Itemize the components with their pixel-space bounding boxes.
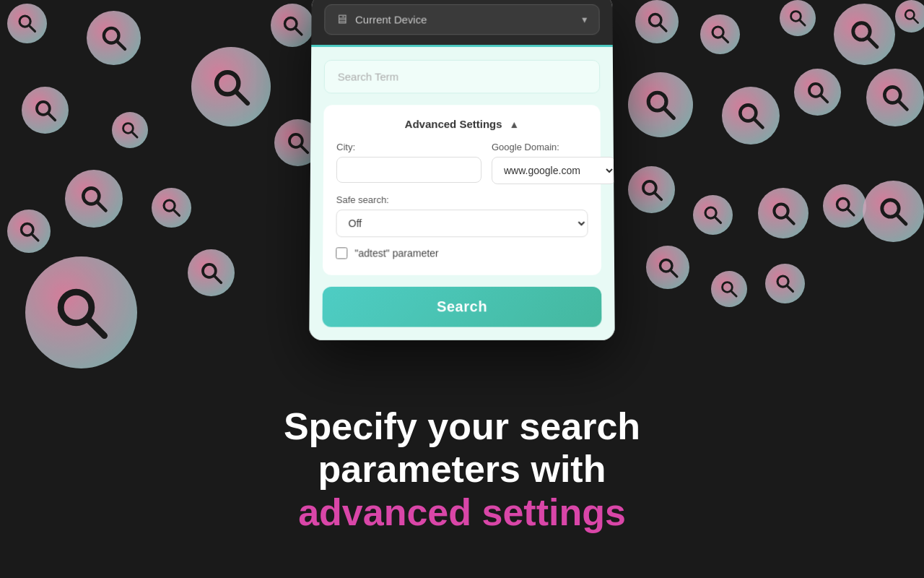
svg-point-52: [660, 259, 672, 272]
google-domain-select[interactable]: www.google.comwww.google.co.ukwww.google…: [492, 157, 615, 184]
device-label: Current Device: [355, 14, 573, 26]
adtest-checkbox-row: "adtest" parameter: [336, 247, 588, 259]
search-icon: [628, 166, 675, 213]
adtest-label: "adtest" parameter: [354, 247, 438, 259]
safe-search-label: Safe search:: [336, 194, 588, 205]
search-button[interactable]: Search: [323, 287, 602, 327]
svg-line-21: [87, 319, 104, 335]
svg-point-24: [649, 14, 661, 26]
svg-line-51: [897, 215, 906, 224]
card-body: Advanced Settings ▲ City: Google Domain:…: [309, 45, 615, 340]
svg-point-20: [61, 292, 92, 323]
search-icon: [711, 271, 747, 307]
svg-point-30: [853, 23, 870, 40]
search-icon: [188, 249, 235, 296]
svg-point-32: [905, 10, 914, 19]
svg-line-37: [754, 119, 763, 128]
svg-line-7: [48, 113, 55, 120]
svg-line-19: [31, 233, 38, 240]
svg-line-29: [800, 20, 805, 25]
svg-line-57: [788, 286, 793, 292]
safe-search-group: Safe search: OffMediumHigh: [336, 194, 588, 237]
bottom-text-block: Specify your search parameters with adva…: [209, 405, 715, 535]
search-icon: [271, 4, 314, 47]
city-group: City:: [336, 142, 481, 184]
search-icon: [635, 0, 679, 43]
svg-line-35: [664, 108, 674, 118]
adtest-checkbox[interactable]: [336, 247, 347, 259]
advanced-settings-panel: Advanced Settings ▲ City: Google Domain:…: [323, 105, 601, 275]
svg-point-46: [774, 204, 788, 217]
svg-point-54: [723, 282, 733, 293]
svg-line-55: [731, 291, 736, 296]
bottom-text-line1: Specify your search parameters with: [209, 405, 715, 492]
svg-point-4: [217, 72, 238, 94]
svg-point-22: [203, 264, 216, 277]
search-icon: [866, 69, 924, 126]
search-icon: [758, 188, 808, 238]
svg-line-33: [913, 18, 918, 23]
safe-search-row: Safe search: OffMediumHigh: [336, 194, 588, 237]
device-dropdown[interactable]: 🖥 Current Device ▼: [324, 4, 600, 35]
search-icon: [780, 0, 816, 36]
search-icon: [87, 11, 141, 65]
city-input[interactable]: [336, 157, 481, 183]
advanced-settings-title: Advanced Settings: [405, 118, 502, 130]
svg-point-16: [164, 200, 175, 211]
svg-point-56: [777, 276, 788, 287]
city-domain-row: City: Google Domain: www.google.comwww.g…: [336, 142, 588, 184]
google-domain-label: Google Domain:: [492, 142, 615, 152]
svg-point-48: [837, 198, 849, 210]
search-icon: [794, 69, 841, 116]
svg-point-34: [649, 93, 667, 111]
city-label: City:: [336, 142, 481, 152]
search-icon: [693, 195, 733, 235]
svg-line-15: [97, 202, 106, 211]
svg-line-31: [868, 38, 877, 47]
card-wrapper: 🖥 Current Device ▼ Advanced Settings ▲ C…: [310, 0, 614, 339]
svg-line-9: [132, 132, 137, 137]
svg-point-42: [643, 181, 656, 194]
svg-line-39: [820, 95, 827, 102]
svg-line-25: [659, 24, 666, 30]
svg-point-38: [809, 84, 822, 97]
search-icon: [7, 210, 51, 253]
svg-point-10: [284, 17, 297, 30]
svg-line-53: [670, 269, 676, 276]
svg-point-18: [21, 223, 33, 236]
device-selector-bar: 🖥 Current Device ▼: [311, 0, 613, 45]
search-icon: [7, 4, 47, 43]
svg-line-43: [654, 192, 661, 199]
svg-line-1: [30, 26, 35, 32]
search-icon: [152, 188, 191, 228]
google-domain-group: Google Domain: www.google.comwww.google.…: [492, 142, 615, 184]
svg-point-0: [19, 16, 30, 27]
svg-line-5: [235, 91, 247, 103]
search-icon: [25, 256, 137, 368]
svg-point-14: [83, 188, 99, 204]
chevron-down-icon: ▼: [580, 14, 589, 25]
svg-point-28: [791, 12, 801, 22]
svg-line-45: [715, 217, 721, 223]
main-card: 🖥 Current Device ▼ Advanced Settings ▲ C…: [309, 0, 615, 340]
svg-point-6: [37, 102, 50, 115]
svg-line-27: [723, 37, 728, 43]
svg-point-50: [882, 200, 899, 217]
search-icon: [765, 264, 805, 303]
svg-point-8: [123, 124, 134, 134]
bottom-text-line3: advanced settings: [209, 491, 715, 535]
advanced-settings-toggle[interactable]: Advanced Settings ▲: [336, 118, 587, 130]
safe-search-select[interactable]: OffMediumHigh: [336, 210, 588, 237]
search-icon: [65, 170, 123, 228]
svg-point-40: [884, 87, 900, 103]
svg-line-49: [847, 208, 853, 215]
svg-point-44: [705, 207, 716, 218]
svg-line-3: [117, 41, 125, 49]
svg-point-36: [740, 105, 756, 121]
search-term-input[interactable]: [324, 60, 601, 94]
search-icon: [895, 0, 924, 33]
svg-line-13: [300, 145, 308, 152]
svg-line-17: [174, 210, 180, 216]
search-icon: [646, 246, 689, 289]
search-icon: [722, 87, 780, 144]
